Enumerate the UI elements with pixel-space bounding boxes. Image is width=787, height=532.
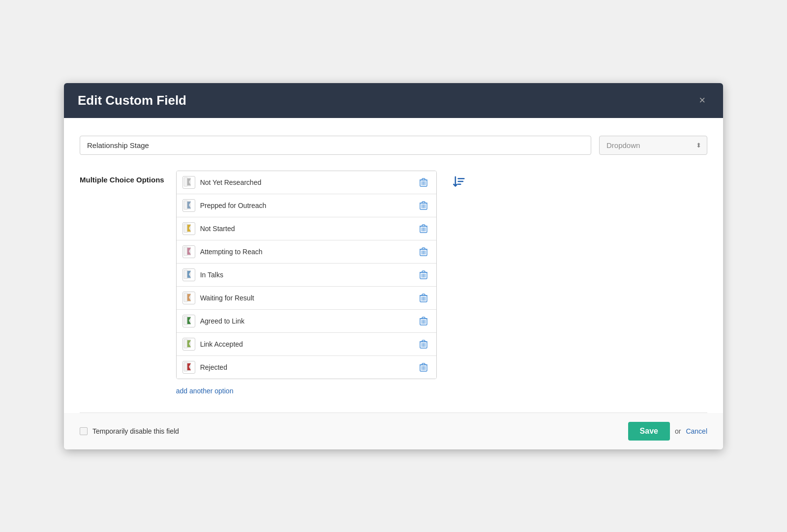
trash-icon [420,178,427,187]
modal-body: Dropdown Text Number Date Multiple Choic… [64,118,723,413]
options-list: Not Yet Researched Prepped for Outreach … [176,171,437,379]
list-item: Rejected [177,356,436,379]
disable-field-checkbox[interactable] [80,427,88,435]
option-icon [182,361,195,374]
field-type-wrapper: Dropdown Text Number Date [599,136,707,155]
trash-icon [420,294,427,302]
delete-option-button[interactable] [417,200,430,211]
list-item: Not Started [177,217,436,240]
trash-icon [420,363,427,372]
list-item: Link Accepted [177,333,436,356]
option-label: Attempting to Reach [200,248,412,256]
option-label: Not Started [200,225,412,233]
cancel-link[interactable]: Cancel [686,427,707,435]
delete-option-button[interactable] [417,339,430,350]
trash-icon [420,317,427,325]
option-icon [182,292,195,304]
close-button[interactable]: × [695,93,709,108]
delete-option-button[interactable] [417,246,430,257]
option-icon [182,268,195,281]
list-item: Not Yet Researched [177,171,436,194]
list-item: In Talks [177,264,436,287]
option-label: Not Yet Researched [200,178,412,186]
option-icon [182,315,195,327]
sort-az-icon [453,175,466,188]
option-label: In Talks [200,271,412,279]
option-label: Rejected [200,363,412,371]
svg-rect-56 [184,316,187,325]
disable-field-label: Temporarily disable this field [80,427,179,435]
delete-option-button[interactable] [417,293,430,303]
field-name-input[interactable] [80,136,591,155]
modal-title: Edit Custom Field [78,93,186,108]
option-icon [182,199,195,212]
list-item: Prepped for Outreach [177,194,436,217]
svg-rect-11 [184,201,187,209]
delete-option-button[interactable] [417,316,430,326]
disable-field-text: Temporarily disable this field [92,427,179,435]
svg-rect-20 [184,224,187,233]
svg-rect-47 [184,293,187,302]
options-label: Multiple Choice Options [80,171,164,185]
or-text: or [675,427,681,435]
delete-option-button[interactable] [417,362,430,373]
edit-custom-field-modal: Edit Custom Field × Dropdown Text Number… [64,83,723,449]
delete-option-button[interactable] [417,223,430,234]
footer-actions: Save or Cancel [628,422,707,441]
delete-option-button[interactable] [417,177,430,188]
trash-icon [420,201,427,210]
field-row: Dropdown Text Number Date [80,136,707,155]
modal-header: Edit Custom Field × [64,83,723,118]
add-option-link[interactable]: add another option [176,385,234,397]
field-type-select[interactable]: Dropdown Text Number Date [599,136,707,155]
option-label: Prepped for Outreach [200,202,412,209]
trash-icon [420,270,427,279]
save-button[interactable]: Save [628,422,670,441]
options-list-wrapper: Not Yet Researched Prepped for Outreach … [176,171,437,397]
trash-icon [420,247,427,256]
option-label: Link Accepted [200,340,412,348]
list-item: Attempting to Reach [177,240,436,264]
trash-icon [420,340,427,349]
svg-rect-2 [184,177,187,186]
svg-rect-65 [184,339,187,348]
sort-az-button[interactable] [449,172,470,191]
svg-rect-29 [184,247,187,256]
option-icon [182,338,195,351]
option-label: Waiting for Result [200,294,412,302]
modal-footer: Temporarily disable this field Save or C… [64,413,723,449]
list-item: Waiting for Result [177,287,436,310]
options-section: Multiple Choice Options Not Yet Research… [80,171,707,397]
option-icon [182,176,195,189]
option-icon [182,245,195,258]
list-item: Agreed to Link [177,310,436,333]
delete-option-button[interactable] [417,269,430,280]
trash-icon [420,224,427,233]
svg-rect-38 [184,270,187,279]
svg-rect-74 [184,362,187,371]
option-icon [182,222,195,235]
option-label: Agreed to Link [200,317,412,325]
